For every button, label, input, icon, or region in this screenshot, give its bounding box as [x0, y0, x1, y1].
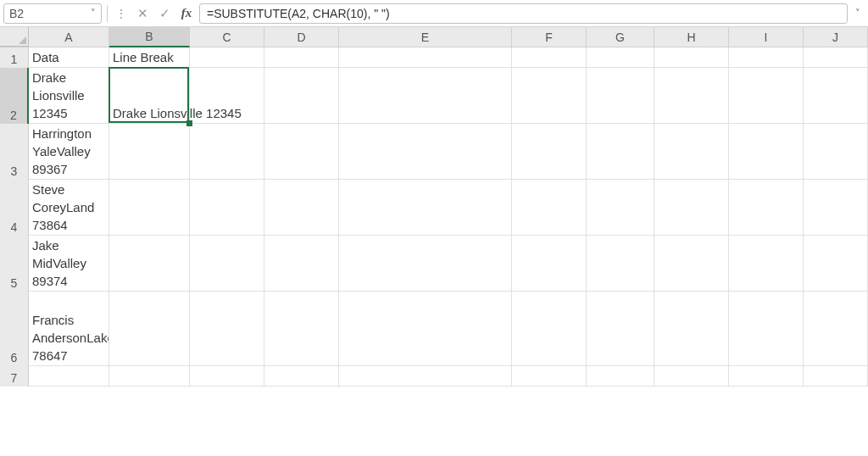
cell-B6[interactable]	[109, 292, 190, 366]
cell-D7[interactable]	[264, 366, 339, 386]
cell-B5[interactable]	[109, 236, 190, 292]
cell-G5[interactable]	[587, 236, 654, 292]
cell-A2[interactable]: Drake Lionsville 12345	[29, 68, 109, 124]
cell-A5[interactable]: Jake MidValley 89374	[29, 236, 109, 292]
cell-D6[interactable]	[264, 292, 339, 366]
cell-I5[interactable]	[729, 236, 804, 292]
cell-G1[interactable]	[587, 47, 654, 68]
row-6: 6Francis AndersonLake 78647	[0, 292, 868, 366]
fill-handle[interactable]	[186, 120, 192, 126]
cell-B7[interactable]	[109, 366, 190, 386]
cell-B2[interactable]: Drake Lionsville 12345	[109, 68, 190, 124]
cell-F4[interactable]	[512, 180, 587, 236]
cell-C3[interactable]	[190, 124, 264, 180]
cell-J4[interactable]	[804, 180, 868, 236]
fx-icon[interactable]: fx	[177, 4, 196, 23]
row-header-7[interactable]: 7	[0, 366, 29, 386]
row-2: 2Drake Lionsville 12345Drake Lionsville …	[0, 68, 868, 124]
formula-input[interactable]	[199, 3, 848, 24]
cell-D4[interactable]	[264, 180, 339, 236]
expand-formula-bar-icon[interactable]: ˅	[851, 8, 865, 19]
cell-E7[interactable]	[339, 366, 512, 386]
cell-E1[interactable]	[339, 47, 512, 68]
cell-H2[interactable]	[654, 68, 729, 124]
column-header-D[interactable]: D	[264, 27, 339, 47]
cell-A6[interactable]: Francis AndersonLake 78647	[29, 292, 109, 366]
cell-C5[interactable]	[190, 236, 264, 292]
cell-G3[interactable]	[587, 124, 654, 180]
row-header-6[interactable]: 6	[0, 292, 29, 366]
cell-F3[interactable]	[512, 124, 587, 180]
cell-B4[interactable]	[109, 180, 190, 236]
cell-J2[interactable]	[804, 68, 868, 124]
cell-F6[interactable]	[512, 292, 587, 366]
cell-H7[interactable]	[654, 366, 729, 386]
cell-H1[interactable]	[654, 47, 729, 68]
cell-J5[interactable]	[804, 236, 868, 292]
cell-I4[interactable]	[729, 180, 804, 236]
cancel-formula-button[interactable]: ✕	[133, 4, 152, 23]
cell-F7[interactable]	[512, 366, 587, 386]
cell-A4[interactable]: Steve CoreyLand 73864	[29, 180, 109, 236]
cell-I7[interactable]	[729, 366, 804, 386]
cell-J1[interactable]	[804, 47, 868, 68]
cell-G6[interactable]	[587, 292, 654, 366]
cell-C6[interactable]	[190, 292, 264, 366]
cell-G4[interactable]	[587, 180, 654, 236]
cell-E6[interactable]	[339, 292, 512, 366]
cell-D3[interactable]	[264, 124, 339, 180]
cell-E4[interactable]	[339, 180, 512, 236]
cell-A3[interactable]: Harrington YaleValley 89367	[29, 124, 109, 180]
cell-F2[interactable]	[512, 68, 587, 124]
column-header-J[interactable]: J	[804, 27, 868, 47]
select-all-corner[interactable]	[0, 27, 29, 47]
cell-D5[interactable]	[264, 236, 339, 292]
row-3: 3Harrington YaleValley 89367	[0, 124, 868, 180]
cell-H4[interactable]	[654, 180, 729, 236]
dots-icon: ⋮	[113, 7, 130, 20]
cell-E2[interactable]	[339, 68, 512, 124]
row-header-1[interactable]: 1	[0, 47, 29, 68]
cell-I1[interactable]	[729, 47, 804, 68]
column-header-G[interactable]: G	[587, 27, 654, 47]
column-header-E[interactable]: E	[339, 27, 512, 47]
cell-E3[interactable]	[339, 124, 512, 180]
column-header-A[interactable]: A	[29, 27, 109, 47]
column-header-F[interactable]: F	[512, 27, 587, 47]
cell-A7[interactable]	[29, 366, 109, 386]
cell-H5[interactable]	[654, 236, 729, 292]
spreadsheet-grid[interactable]: ABCDEFGHIJ 1DataLine Break2Drake Lionsvi…	[0, 27, 868, 386]
column-header-B[interactable]: B	[109, 27, 190, 47]
cell-C7[interactable]	[190, 366, 264, 386]
cell-J7[interactable]	[804, 366, 868, 386]
cell-C4[interactable]	[190, 180, 264, 236]
name-box[interactable]: B2 ˅	[3, 3, 102, 24]
cell-J6[interactable]	[804, 292, 868, 366]
cell-B1[interactable]: Line Break	[109, 47, 190, 68]
cell-B3[interactable]	[109, 124, 190, 180]
column-header-I[interactable]: I	[729, 27, 804, 47]
row-header-3[interactable]: 3	[0, 124, 29, 180]
cell-I6[interactable]	[729, 292, 804, 366]
cell-H3[interactable]	[654, 124, 729, 180]
cell-I3[interactable]	[729, 124, 804, 180]
cell-C1[interactable]	[190, 47, 264, 68]
cell-F1[interactable]	[512, 47, 587, 68]
cell-D2[interactable]	[264, 68, 339, 124]
column-header-H[interactable]: H	[654, 27, 729, 47]
cell-G2[interactable]	[587, 68, 654, 124]
chevron-down-icon[interactable]: ˅	[91, 8, 96, 19]
cell-I2[interactable]	[729, 68, 804, 124]
cell-A1[interactable]: Data	[29, 47, 109, 68]
cell-J3[interactable]	[804, 124, 868, 180]
column-header-C[interactable]: C	[190, 27, 264, 47]
accept-formula-button[interactable]: ✓	[155, 4, 174, 23]
cell-D1[interactable]	[264, 47, 339, 68]
cell-H6[interactable]	[654, 292, 729, 366]
row-header-5[interactable]: 5	[0, 236, 29, 292]
row-header-4[interactable]: 4	[0, 180, 29, 236]
cell-F5[interactable]	[512, 236, 587, 292]
cell-G7[interactable]	[587, 366, 654, 386]
row-header-2[interactable]: 2	[0, 68, 29, 124]
cell-E5[interactable]	[339, 236, 512, 292]
